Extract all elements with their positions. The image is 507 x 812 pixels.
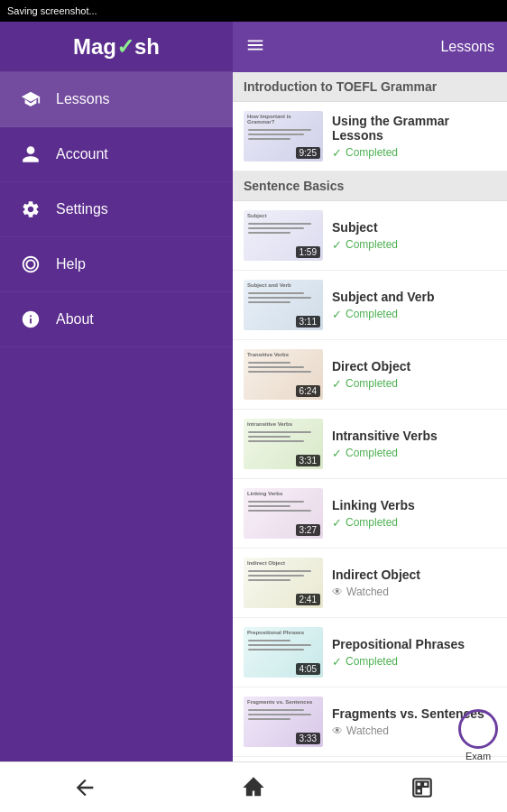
exam-button-container[interactable]: Exam (458, 709, 498, 761)
graduation-cap-icon (18, 87, 43, 112)
sidebar-header: Mag✓sh (0, 22, 233, 72)
app-container: Mag✓sh Lessons Account (0, 22, 507, 761)
svg-rect-3 (417, 789, 421, 793)
lesson-item-direct-object[interactable]: Transitive Verbs 6:24 Direct Object ✓ Co… (233, 340, 507, 410)
lesson-item-indirect-object[interactable]: Indirect Object 2:41 Indirect Object 👁 W… (233, 549, 507, 618)
lesson-status: ✓ Completed (332, 447, 496, 460)
hamburger-menu-icon[interactable] (245, 35, 265, 60)
lesson-thumbnail: Fragments vs. Sentences 3:33 (244, 697, 323, 747)
recent-apps-button[interactable] (395, 770, 449, 806)
sidebar-item-label-help: Help (56, 256, 86, 272)
lifebuoy-icon (18, 252, 43, 277)
lesson-thumbnail: Prepositional Phrases 4:05 (244, 627, 323, 678)
svg-rect-2 (423, 781, 428, 786)
check-icon: ✓ (332, 516, 342, 530)
check-icon: ✓ (332, 308, 342, 321)
sidebar-item-settings[interactable]: Settings (0, 182, 233, 237)
lesson-info: Indirect Object 👁 Watched (332, 567, 496, 598)
lesson-status: ✓ Completed (332, 655, 496, 669)
exam-circle (458, 709, 498, 749)
lesson-thumbnail: Linking Verbs 3:27 (244, 488, 323, 539)
logo-checkmark: ✓ (116, 34, 134, 59)
lesson-info: Using the Grammar Lessons ✓ Completed (332, 114, 496, 160)
lesson-item-using-grammar-lessons[interactable]: How Important is Grammar? 9:25 Using the… (233, 102, 507, 171)
lesson-info: Direct Object ✓ Completed (332, 359, 496, 391)
user-icon (18, 142, 43, 167)
info-icon (18, 307, 43, 332)
lesson-thumbnail: Indirect Object 2:41 (244, 558, 323, 608)
lesson-item-intransitive-verbs[interactable]: Intransitive Verbs 3:31 Intransitive Ver… (233, 410, 507, 479)
sidebar-item-label-settings: Settings (56, 201, 108, 217)
lesson-item-prepositional-phrases[interactable]: Prepositional Phrases 4:05 Prepositional… (233, 618, 507, 687)
section-header-sentence-basics: Sentence Basics (233, 171, 507, 201)
lesson-item-subject[interactable]: Subject 1:59 Subject ✓ Completed (233, 201, 507, 271)
check-icon: ✓ (332, 238, 342, 252)
eye-icon: 👁 (332, 586, 343, 598)
svg-rect-1 (417, 781, 421, 786)
sidebar-nav: Lessons Account Settings (0, 72, 233, 761)
lesson-status: ✓ Completed (332, 238, 496, 252)
lessons-list: Introduction to TOEFL Grammar How Import… (233, 72, 507, 761)
check-icon: ✓ (332, 377, 342, 391)
section-header-intro: Introduction to TOEFL Grammar (233, 72, 507, 102)
lesson-thumbnail: How Important is Grammar? 9:25 (244, 111, 323, 161)
back-button[interactable] (58, 770, 112, 806)
sidebar-item-label-about: About (56, 311, 94, 328)
lesson-thumbnail: Transitive Verbs 6:24 (244, 349, 323, 400)
header-lessons-link[interactable]: Lessons (440, 39, 494, 55)
app-logo: Mag✓sh (73, 34, 160, 60)
eye-icon: 👁 (332, 724, 343, 737)
sidebar-item-label-lessons: Lessons (56, 91, 110, 107)
main-header: Lessons (233, 22, 507, 72)
lesson-info: Prepositional Phrases ✓ Completed (332, 637, 496, 669)
lesson-status: 👁 Watched (332, 586, 496, 598)
lesson-thumbnail: Subject 1:59 (244, 210, 323, 261)
sidebar-item-help[interactable]: Help (0, 237, 233, 292)
lesson-item-subject-and-verb[interactable]: Subject and Verb 3:11 Subject and Verb ✓… (233, 271, 507, 340)
lesson-thumbnail: Intransitive Verbs 3:31 (244, 419, 323, 469)
lesson-status: ✓ Completed (332, 516, 496, 530)
status-bar: Saving screenshot... (0, 0, 507, 22)
sidebar-item-lessons[interactable]: Lessons (0, 72, 233, 127)
lesson-status: ✓ Completed (332, 308, 496, 321)
exam-label: Exam (466, 751, 491, 761)
lesson-info: Subject and Verb ✓ Completed (332, 290, 496, 321)
sidebar-item-about[interactable]: About (0, 292, 233, 347)
sidebar: Mag✓sh Lessons Account (0, 22, 233, 761)
check-icon: ✓ (332, 655, 342, 669)
lesson-info: Linking Verbs ✓ Completed (332, 498, 496, 530)
bottom-nav (0, 761, 507, 812)
home-button[interactable] (226, 770, 281, 806)
lesson-status: ✓ Completed (332, 377, 496, 391)
lesson-info: Intransitive Verbs ✓ Completed (332, 429, 496, 460)
sidebar-item-label-account: Account (56, 146, 108, 162)
check-icon: ✓ (332, 447, 342, 460)
gear-icon (18, 197, 43, 222)
lesson-status: ✓ Completed (332, 146, 496, 160)
check-icon: ✓ (332, 146, 342, 160)
main-content: Lessons Introduction to TOEFL Grammar Ho… (233, 22, 507, 761)
sidebar-item-account[interactable]: Account (0, 127, 233, 182)
status-bar-text: Saving screenshot... (7, 5, 97, 16)
lesson-thumbnail: Subject and Verb 3:11 (244, 280, 323, 330)
lesson-info: Subject ✓ Completed (332, 220, 496, 252)
lesson-item-linking-verbs[interactable]: Linking Verbs 3:27 Linking Verbs ✓ Compl… (233, 479, 507, 549)
